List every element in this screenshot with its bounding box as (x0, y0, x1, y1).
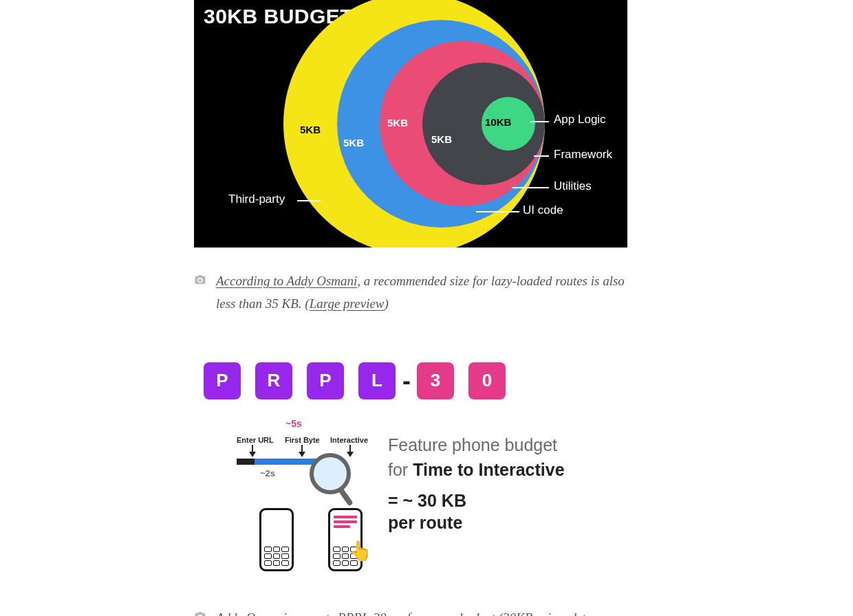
label-pink: 5KB (387, 117, 408, 129)
label-yellow: 5KB (300, 124, 321, 135)
magnifier-icon (310, 453, 351, 494)
camera-icon (194, 274, 206, 286)
box-three: 3 (417, 362, 454, 399)
callout-line (530, 121, 549, 122)
caption-2: Addy Osmani suggests PRPL-30 performance… (194, 606, 627, 617)
callout-framework: Framework (554, 148, 612, 162)
arrow-icon (299, 445, 305, 459)
hand-icon: 👆 (348, 540, 372, 562)
link-addy-osmani[interactable]: According to Addy Osmani (216, 274, 357, 288)
label-enter-url: Enter URL (237, 436, 274, 444)
headline-line2a: for (388, 460, 413, 479)
callout-utilities: Utilities (554, 179, 592, 193)
link-suggests[interactable]: suggests (290, 610, 334, 617)
callout-line (476, 211, 519, 212)
box-zero: 0 (468, 362, 506, 399)
callout-line (534, 155, 549, 157)
budget-diagram: 30KB BUDGET 5KB 5KB 5KB 5KB 10KB App Log… (194, 0, 627, 248)
prpl-headline: Feature phone budget for Time to Interac… (388, 432, 565, 483)
arrow-icon (249, 445, 256, 459)
label-green: 10KB (485, 116, 511, 128)
label-interactive: Interactive (330, 436, 368, 444)
hyphen: - (402, 366, 411, 395)
caption-text: According to Addy Osmani, a recommended … (216, 270, 627, 316)
sub-line1: = ~ 30 KB (388, 491, 466, 510)
callout-third-party: Third-party (228, 192, 285, 206)
sub-line2: per route (388, 513, 462, 532)
timeline-bar (237, 459, 255, 465)
box-l: L (358, 362, 396, 399)
box-p1: P (204, 362, 241, 399)
link-large-preview[interactable]: Large preview (310, 296, 385, 311)
prpl-figure: P R P L - 3 0 Feature phone budget for T… (194, 349, 627, 584)
box-p2: P (307, 362, 344, 399)
box-r: R (255, 362, 292, 399)
callout-app-logic: App Logic (554, 113, 606, 126)
caption-text: Addy Osmani suggests PRPL-30 performance… (216, 606, 589, 617)
label-blue: 5KB (343, 137, 364, 148)
label-5s: ~5s (285, 418, 302, 429)
prpl-sub: = ~ 30 KB per route (388, 490, 466, 534)
caption2-pre: Addy Osmani (216, 610, 290, 617)
label-2s: ~2s (260, 468, 275, 478)
label-gray: 5KB (431, 133, 452, 145)
caption-1: According to Addy Osmani, a recommended … (194, 270, 627, 316)
phone-icon (259, 508, 294, 571)
callout-line (512, 187, 549, 188)
callout-line (297, 200, 321, 201)
label-first-byte: First Byte (285, 436, 320, 444)
headline-line2b: Time to Interactive (413, 460, 564, 479)
callout-ui-code: UI code (523, 204, 563, 217)
caption2-post: PRPL-30 performance budget (30KB gzipped… (334, 610, 589, 617)
caption-tail: ) (385, 296, 389, 311)
camera-icon (194, 610, 206, 617)
headline-line1: Feature phone budget (388, 435, 557, 454)
